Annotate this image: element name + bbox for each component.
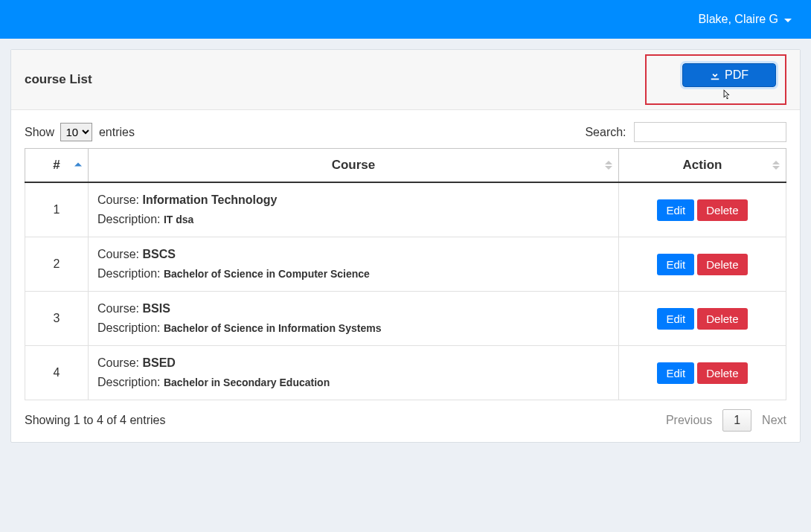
row-course-cell: Course: BSISDescription: Bachelor of Sci… (89, 292, 619, 346)
delete-button[interactable]: Delete (697, 199, 747, 221)
page-size-control: Show 10 entries (25, 123, 135, 141)
delete-button[interactable]: Delete (697, 254, 747, 275)
row-number: 1 (25, 182, 89, 237)
description-label: Description: (97, 213, 164, 225)
table-row: 4Course: BSEDDescription: Bachelor in Se… (25, 346, 786, 400)
row-course-cell: Course: BSCSDescription: Bachelor of Sci… (89, 237, 619, 292)
pagination: Previous 1 Next (666, 409, 786, 432)
panel-body: Show 10 entries Search: # (11, 110, 800, 442)
table-footer: Showing 1 to 4 of 4 entries Previous 1 N… (25, 409, 786, 432)
row-course-cell: Course: BSEDDescription: Bachelor in Sec… (89, 346, 619, 400)
row-action-cell: EditDelete (619, 346, 786, 400)
col-header-course[interactable]: Course (89, 149, 619, 183)
delete-button[interactable]: Delete (697, 308, 747, 330)
show-label: Show (25, 126, 54, 138)
course-label: Course: (97, 356, 142, 369)
description-label: Description: (97, 267, 164, 280)
sort-icon (605, 161, 612, 170)
course-description: Bachelor of Science in Computer Science (164, 268, 370, 280)
course-list-panel: course List PDF Show 1 (10, 49, 801, 443)
edit-button[interactable]: Edit (657, 199, 694, 221)
edit-button[interactable]: Edit (657, 254, 694, 275)
delete-button[interactable]: Delete (697, 362, 747, 384)
course-description: IT dsa (164, 214, 193, 225)
search-label: Search: (585, 126, 626, 138)
panel-title: course List (25, 72, 92, 87)
course-label: Course: (97, 302, 142, 315)
next-page-button[interactable]: Next (762, 414, 786, 427)
row-number: 3 (25, 292, 89, 346)
content-area: course List PDF Show 1 (0, 39, 811, 453)
chevron-down-icon (784, 19, 792, 22)
row-action-cell: EditDelete (619, 292, 786, 346)
row-number: 2 (25, 237, 89, 292)
user-menu[interactable]: Blake, Claire G (698, 13, 792, 26)
edit-button[interactable]: Edit (657, 308, 694, 330)
sort-icon (74, 163, 82, 168)
download-icon (710, 70, 720, 80)
entries-label: entries (99, 126, 135, 138)
course-description: Bachelor of Science in Information Syste… (164, 322, 382, 334)
course-table: # Course Action (25, 148, 786, 400)
entries-info: Showing 1 to 4 of 4 entries (25, 414, 165, 427)
sort-icon (772, 161, 780, 170)
pdf-button-label: PDF (725, 68, 749, 82)
prev-page-button[interactable]: Previous (666, 414, 712, 427)
page-size-select[interactable]: 10 (60, 123, 92, 141)
page-number-1[interactable]: 1 (722, 409, 751, 432)
edit-button[interactable]: Edit (657, 362, 694, 384)
col-header-num[interactable]: # (25, 149, 89, 183)
cursor-icon (722, 89, 732, 102)
row-course-cell: Course: Information TechnologyDescriptio… (89, 182, 619, 237)
course-name: BSCS (142, 248, 175, 260)
row-number: 4 (25, 346, 89, 400)
col-header-action[interactable]: Action (619, 149, 786, 183)
course-description: Bachelor in Secondary Education (164, 376, 330, 388)
table-row: 1Course: Information TechnologyDescripti… (25, 182, 786, 237)
top-navbar: Blake, Claire G (0, 0, 811, 39)
search-control: Search: (585, 122, 786, 142)
course-label: Course: (97, 248, 142, 260)
search-input[interactable] (634, 122, 786, 142)
pdf-highlight-box: PDF (645, 54, 786, 105)
description-label: Description: (97, 321, 164, 334)
table-row: 2Course: BSCSDescription: Bachelor of Sc… (25, 237, 786, 292)
table-row: 3Course: BSISDescription: Bachelor of Sc… (25, 292, 786, 346)
course-label: Course: (97, 193, 142, 206)
row-action-cell: EditDelete (619, 182, 786, 237)
course-name: BSIS (142, 302, 170, 315)
user-name: Blake, Claire G (698, 13, 778, 26)
export-pdf-button[interactable]: PDF (682, 63, 776, 87)
panel-header: course List PDF (11, 50, 800, 110)
course-name: Information Technology (142, 193, 277, 206)
row-action-cell: EditDelete (619, 237, 786, 292)
course-name: BSED (142, 356, 175, 369)
table-toolbar: Show 10 entries Search: (25, 122, 786, 142)
description-label: Description: (97, 376, 164, 388)
